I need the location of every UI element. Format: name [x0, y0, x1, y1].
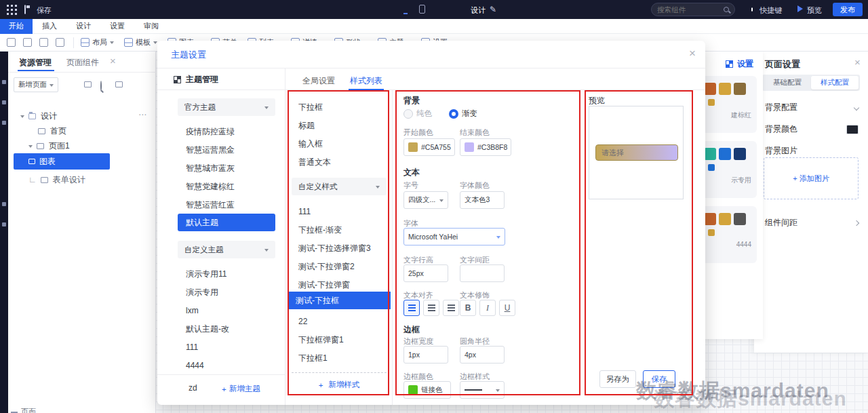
theme-item-selected[interactable]: 默认主题 [178, 214, 275, 231]
style-item[interactable]: 输入框 [290, 136, 385, 152]
search-input[interactable] [657, 5, 719, 14]
style-item[interactable]: 下拉框 [290, 99, 385, 115]
row-bg-config[interactable]: 背景配置 [765, 102, 859, 113]
tree-node-page1[interactable]: 页面1 [28, 138, 70, 153]
theme-item[interactable]: 智慧运营黑金 [178, 142, 275, 158]
rail-icon[interactable] [2, 80, 6, 84]
tab-resource-manager[interactable]: 资源管理 [19, 57, 52, 68]
edit-pencil-icon[interactable]: ✎ [490, 5, 496, 14]
theme-item[interactable]: 疫情防控蓝绿 [178, 123, 275, 140]
style-item[interactable]: 22 [290, 313, 385, 330]
save-icon[interactable] [24, 5, 26, 14]
style-item[interactable]: 111 [290, 203, 385, 220]
eraser-icon[interactable] [56, 38, 64, 47]
line-height-input[interactable] [403, 264, 448, 282]
theme-item[interactable]: 智慧城市蓝灰 [178, 160, 275, 176]
radio-gradient[interactable]: 渐变 [449, 109, 477, 119]
theme-item[interactable]: 4444 [178, 357, 275, 374]
tree-node-home[interactable]: 首页 [38, 123, 66, 138]
tab-global-settings[interactable]: 全局设置 [302, 75, 335, 87]
locate-icon[interactable] [115, 81, 123, 87]
mobile-view-icon[interactable] [419, 5, 425, 14]
apps-grid-icon[interactable] [7, 5, 9, 7]
copy-icon[interactable] [23, 38, 32, 47]
preview-play-icon[interactable] [797, 5, 806, 12]
style-item[interactable]: 标题 [290, 117, 385, 134]
italic-button[interactable]: I [479, 300, 496, 316]
tab-basic-config[interactable]: 基础配置 [764, 76, 811, 90]
style-item[interactable]: 测试-下拉弹窗 [290, 277, 385, 293]
official-theme-dropdown[interactable]: 官方主题 [178, 98, 275, 116]
end-color-input[interactable]: #C3B8F8 [460, 138, 511, 156]
custom-style-dropdown[interactable]: 自定义样式 [292, 178, 387, 195]
start-color-input[interactable]: #C5A755 [403, 138, 455, 156]
panel-close-icon[interactable]: × [110, 56, 116, 66]
border-style-select[interactable] [460, 381, 505, 399]
tool-layout[interactable]: 布局 [81, 37, 114, 47]
theme-item[interactable]: zd [180, 380, 208, 396]
border-color-select[interactable]: 链接色 [403, 381, 451, 399]
rail-icon[interactable] [2, 202, 6, 206]
font-family-select[interactable]: Microsoft YaHei [403, 228, 505, 245]
add-style-button[interactable]: +新增样式 [292, 380, 387, 390]
tab-style-config[interactable]: 样式配置 [811, 76, 859, 90]
align-right-button[interactable] [443, 300, 459, 316]
component-search[interactable] [651, 3, 735, 16]
modal-close-icon[interactable]: × [689, 47, 696, 59]
strip-settings-link[interactable]: 设置 [737, 58, 753, 70]
style-item[interactable]: 普通文本 [290, 154, 385, 170]
add-image-button[interactable]: + 添加图片 [764, 157, 859, 199]
tree-node-design[interactable]: 设计 [20, 109, 57, 123]
border-radius-input[interactable] [460, 346, 505, 363]
menu-item-start[interactable]: 开始 [0, 19, 33, 34]
theme-item[interactable]: 演示专用11 [178, 266, 275, 282]
save-button[interactable]: 保存 [37, 5, 52, 16]
shortcuts-button[interactable]: 快捷键 [760, 5, 782, 16]
underline-button[interactable]: U [499, 300, 515, 316]
font-size-select[interactable]: 四级文... [403, 191, 448, 209]
tree-node-form-design[interactable]: ∟ 表单设计 [28, 172, 85, 187]
theme-item[interactable]: lxm [178, 302, 275, 319]
theme-item[interactable]: 111 [178, 339, 275, 355]
tree-node-chart-selected[interactable]: 图表 [14, 153, 110, 170]
format-brush-icon[interactable] [39, 38, 48, 47]
radio-solid[interactable]: 纯色 [403, 109, 432, 119]
style-item[interactable]: 测试-下拉弹窗2 [290, 258, 385, 275]
style-item-selected[interactable]: 测试-下拉框 [288, 292, 391, 309]
theme-item[interactable]: 默认主题-改 [178, 321, 275, 337]
new-page-button[interactable]: 新增页面 [14, 77, 58, 92]
save-button[interactable]: 保存 [643, 370, 675, 388]
style-item[interactable]: 测试-下拉选择弹窗3 [290, 240, 391, 256]
save-as-button[interactable]: 另存为 [599, 370, 636, 388]
paste-icon[interactable] [7, 38, 16, 47]
align-center-button[interactable] [423, 300, 439, 316]
add-theme-button[interactable]: +新增主题 [222, 384, 260, 394]
letter-spacing-input[interactable] [460, 264, 505, 282]
row-component-spacing[interactable]: 组件间距 [765, 217, 859, 229]
bold-button[interactable]: B [460, 300, 476, 316]
row-bg-color[interactable]: 背景颜色 [765, 123, 859, 135]
menu-item-design[interactable]: 设计 [66, 19, 100, 34]
menu-item-insert[interactable]: 插入 [33, 19, 66, 34]
folder-icon[interactable] [84, 81, 92, 87]
menu-item-settings[interactable]: 设置 [100, 19, 134, 34]
tool-template[interactable]: 模板 [124, 37, 157, 47]
style-item[interactable]: 下拉框1 [290, 350, 385, 366]
style-item[interactable]: 下拉框弹窗1 [290, 332, 385, 348]
search-icon[interactable] [724, 7, 729, 12]
menu-item-review[interactable]: 审阅 [134, 19, 168, 34]
style-item[interactable]: 下拉框-渐变 [290, 222, 385, 238]
more-icon[interactable]: ⋯ [138, 110, 146, 119]
theme-item[interactable]: 演示专用 [178, 284, 275, 300]
bg-color-swatch[interactable] [846, 125, 859, 134]
publish-button[interactable]: 发布 [833, 3, 863, 16]
rail-icon[interactable] [2, 121, 6, 125]
custom-theme-dropdown[interactable]: 自定义主题 [178, 241, 275, 258]
theme-item[interactable]: 智慧党建棕红 [178, 178, 275, 195]
border-width-input[interactable] [403, 346, 448, 363]
align-left-button[interactable] [403, 300, 420, 316]
search-icon[interactable] [100, 81, 102, 92]
bottom-page-label[interactable]: 页面 [11, 407, 36, 413]
preview-button[interactable]: 预览 [807, 5, 822, 16]
theme-item[interactable]: 智慧运营红蓝 [178, 197, 275, 213]
